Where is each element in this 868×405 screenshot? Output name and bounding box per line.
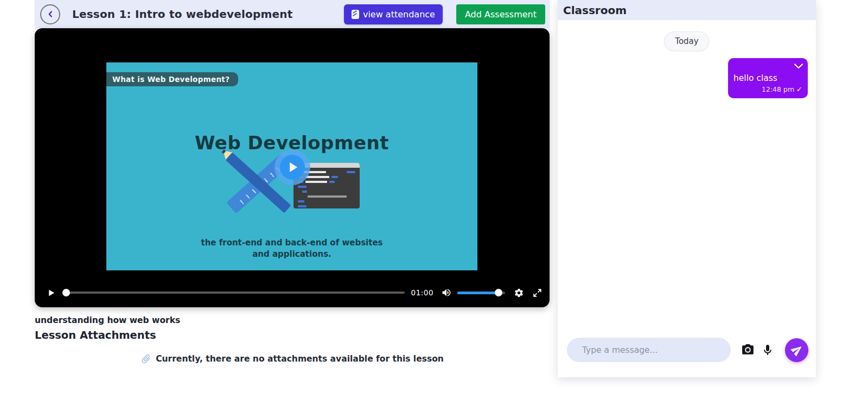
no-attachments-text: Currently, there are no attachments avai… [156,354,444,364]
add-assessment-button[interactable]: Add Assessment [456,4,545,24]
video-topic-badge: What is Web Development? [106,72,238,86]
send-button[interactable] [785,338,808,362]
lesson-header: Lesson 1: Intro to webdevelopment view a… [35,0,550,28]
no-attachments-note: Currently, there are no attachments avai… [35,353,550,364]
video-controls: 01:00 [42,283,542,302]
video-time: 01:00 [411,288,433,297]
view-attendance-label: view attendance [363,9,435,20]
play-button[interactable] [47,288,56,298]
volume-slider[interactable] [457,289,505,296]
page: Lesson 1: Intro to webdevelopment view a… [0,0,868,405]
video-player[interactable]: What is Web Development? Web Development [35,28,550,307]
read-receipt-icon: ✓ [796,85,802,93]
fullscreen-icon [533,288,542,298]
camera-button[interactable] [741,343,755,357]
attachments-heading: Lesson Attachments [35,329,550,341]
video-caption: the front-end and back-end of websites a… [106,237,477,260]
chat-title: Classroom [563,4,627,17]
note-icon [352,10,359,19]
message-text: hello class [733,73,802,83]
add-assessment-label: Add Assessment [465,9,537,20]
microphone-button[interactable] [761,344,774,357]
classroom-chat-panel: Classroom Today hello class 12:48 pm✓ [558,0,816,377]
gear-icon [514,288,524,298]
message-input[interactable] [567,338,731,362]
fullscreen-button[interactable] [533,288,542,298]
chevron-left-icon [46,9,55,19]
message-meta: 12:48 pm✓ [733,85,802,93]
chat-message-area: Today hello class 12:48 pm✓ [558,20,816,343]
send-icon [789,341,806,358]
date-separator: Today [664,31,709,51]
volume-button[interactable] [441,287,452,298]
progress-thumb[interactable] [62,289,70,296]
chat-input-row [558,332,816,377]
chat-header: Classroom [558,0,816,20]
progress-bar[interactable] [63,289,405,296]
video-thumbnail: What is Web Development? Web Development [106,62,477,270]
camera-icon [741,343,755,357]
message-options-chevron-icon[interactable] [794,61,803,72]
volume-thumb[interactable] [495,289,502,296]
back-button[interactable] [40,4,60,24]
speaker-icon [441,287,452,298]
view-attendance-button[interactable]: view attendance [344,4,443,24]
volume-fill [457,292,500,294]
lesson-section: Lesson 1: Intro to webdevelopment view a… [35,0,550,364]
settings-button[interactable] [514,288,524,298]
lesson-description: understanding how web works [35,315,550,325]
message-time: 12:48 pm [762,85,794,93]
big-play-button[interactable] [275,149,310,185]
chat-message-bubble: hello class 12:48 pm✓ [728,58,808,98]
lesson-title: Lesson 1: Intro to webdevelopment [72,8,293,21]
paperclip-icon [138,351,154,366]
microphone-icon [761,344,774,357]
play-icon [280,155,305,180]
